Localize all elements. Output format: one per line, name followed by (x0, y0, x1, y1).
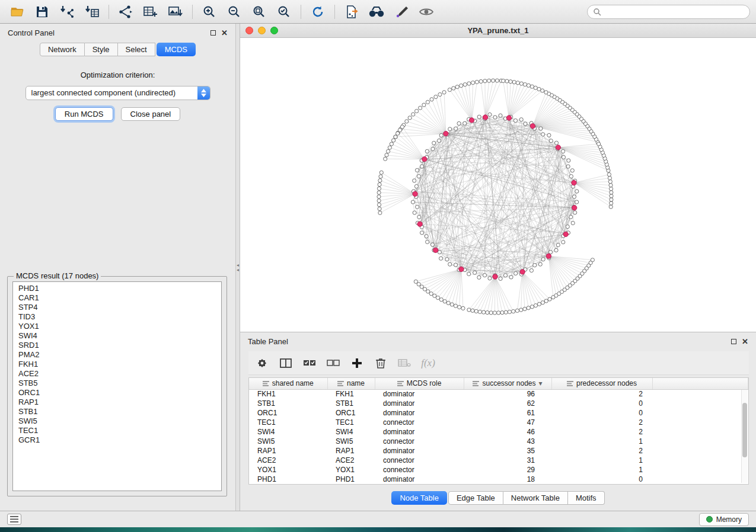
network-node[interactable] (408, 116, 412, 120)
network-node[interactable] (471, 309, 474, 312)
network-node[interactable] (414, 109, 418, 113)
new-table-button[interactable] (139, 3, 162, 21)
network-node[interactable] (548, 297, 551, 301)
network-node[interactable] (561, 149, 564, 153)
network-node[interactable] (438, 92, 442, 96)
network-node[interactable] (386, 149, 390, 153)
network-node[interactable] (523, 307, 527, 310)
table-row[interactable]: RAP1RAP1dominator352 (249, 446, 748, 456)
mcds-hub-node[interactable] (506, 116, 511, 120)
network-node[interactable] (420, 165, 424, 168)
float-panel-icon[interactable] (731, 339, 736, 344)
network-node[interactable] (534, 304, 537, 307)
mcds-result-item[interactable]: STB5 (13, 379, 221, 388)
network-node[interactable] (415, 205, 419, 209)
network-node[interactable] (377, 187, 381, 190)
network-node[interactable] (452, 86, 455, 90)
network-node[interactable] (448, 127, 452, 131)
mcds-result-item[interactable]: SWI5 (13, 416, 221, 426)
network-node[interactable] (488, 113, 492, 116)
mcds-result-item[interactable]: GCR1 (13, 435, 221, 445)
network-node[interactable] (482, 310, 486, 314)
run-mcds-button[interactable]: Run MCDS (55, 107, 113, 121)
network-node[interactable] (414, 184, 418, 188)
network-node[interactable] (502, 79, 505, 82)
network-node[interactable] (562, 241, 565, 244)
network-node[interactable] (437, 139, 441, 142)
network-node[interactable] (544, 91, 548, 94)
open-file-button[interactable] (6, 3, 28, 21)
network-node[interactable] (413, 179, 416, 182)
network-node[interactable] (415, 168, 419, 172)
network-node[interactable] (548, 250, 552, 254)
import-network-button[interactable] (56, 3, 78, 21)
network-node[interactable] (417, 174, 420, 178)
network-node[interactable] (524, 122, 527, 126)
network-node[interactable] (467, 272, 471, 275)
network-node[interactable] (567, 159, 570, 162)
network-node[interactable] (607, 173, 611, 177)
close-panel-icon[interactable]: ✕ (742, 338, 748, 345)
mcds-result-item[interactable]: PHD1 (13, 284, 221, 293)
network-node[interactable] (475, 80, 479, 84)
network-node[interactable] (400, 125, 404, 129)
network-node[interactable] (527, 306, 530, 310)
mcds-hub-node[interactable] (493, 274, 497, 279)
network-node[interactable] (530, 305, 534, 309)
network-node[interactable] (610, 201, 613, 205)
mcds-result-item[interactable]: ACE2 (13, 369, 221, 379)
network-node[interactable] (556, 243, 560, 246)
mcds-hub-node[interactable] (530, 124, 535, 129)
network-node[interactable] (379, 171, 383, 174)
network-node[interactable] (426, 240, 429, 243)
network-node[interactable] (430, 98, 433, 101)
network-node[interactable] (439, 257, 442, 260)
network-node[interactable] (454, 127, 458, 130)
float-panel-icon[interactable] (210, 30, 216, 36)
network-node[interactable] (493, 311, 496, 315)
network-node[interactable] (483, 274, 486, 277)
mcds-result-item[interactable]: STB1 (13, 407, 221, 416)
mcds-hub-node[interactable] (483, 115, 487, 120)
mcds-hub-node[interactable] (469, 118, 474, 123)
tab-mcds[interactable]: MCDS (157, 43, 196, 56)
network-node[interactable] (471, 81, 475, 85)
clone-network-button[interactable] (340, 3, 363, 21)
network-node[interactable] (438, 251, 441, 254)
tab-network-table[interactable]: Network Table (503, 491, 568, 505)
network-node[interactable] (515, 309, 519, 312)
network-node[interactable] (609, 205, 613, 209)
network-node[interactable] (499, 277, 502, 280)
network-node[interactable] (390, 142, 393, 146)
network-node[interactable] (488, 277, 492, 280)
network-node[interactable] (573, 211, 577, 214)
network-node[interactable] (572, 195, 576, 198)
network-node[interactable] (497, 311, 500, 315)
panel-splitter[interactable]: ◂ ◂ (236, 24, 240, 511)
network-node[interactable] (379, 175, 382, 178)
network-node[interactable] (474, 309, 478, 313)
network-node[interactable] (377, 195, 381, 198)
network-node[interactable] (608, 180, 612, 184)
network-node[interactable] (495, 79, 499, 82)
mcds-result-item[interactable]: RAP1 (13, 398, 221, 407)
column-header-mcds-role[interactable]: MCDS role (375, 378, 464, 389)
network-node[interactable] (419, 106, 422, 110)
close-panel-icon[interactable]: ✕ (221, 29, 228, 37)
network-node[interactable] (523, 82, 527, 86)
network-node[interactable] (597, 142, 601, 146)
network-node[interactable] (448, 88, 451, 91)
mcds-result-item[interactable]: YOX1 (13, 322, 221, 331)
network-node[interactable] (394, 135, 397, 139)
mcds-result-item[interactable]: SRD1 (13, 341, 221, 350)
network-node[interactable] (479, 79, 483, 83)
network-node[interactable] (388, 146, 391, 149)
network-node[interactable] (430, 243, 434, 246)
network-node[interactable] (499, 114, 502, 117)
network-node[interactable] (486, 310, 489, 314)
network-node[interactable] (454, 304, 457, 307)
network-node[interactable] (534, 86, 537, 89)
network-node[interactable] (509, 80, 512, 84)
apply-style-button[interactable] (390, 3, 413, 21)
deselect-all-button[interactable] (324, 355, 342, 371)
